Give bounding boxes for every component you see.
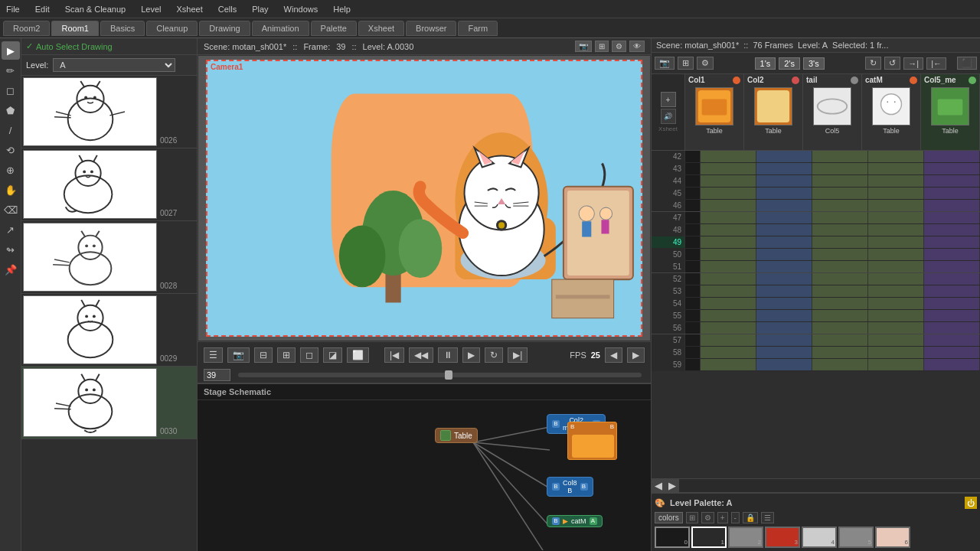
col1-thumbnail[interactable] bbox=[695, 87, 733, 126]
cell-col5me-58[interactable] bbox=[924, 347, 980, 358]
onion-skin-btn[interactable]: ◻ bbox=[300, 347, 318, 363]
cell-col5me-55[interactable] bbox=[924, 310, 980, 321]
cell-col2-47[interactable] bbox=[756, 212, 812, 223]
cell-catm-45[interactable] bbox=[868, 187, 924, 199]
cell-tail-47[interactable] bbox=[812, 212, 868, 223]
cell-col1-46[interactable] bbox=[701, 200, 756, 211]
tab-room2[interactable]: Room2 bbox=[3, 21, 50, 36]
tab-room1[interactable]: Room1 bbox=[51, 21, 98, 36]
cell-tail-54[interactable] bbox=[812, 298, 868, 309]
cell-col1-55[interactable] bbox=[701, 310, 756, 321]
cell-catm-50[interactable] bbox=[868, 249, 924, 260]
palette-grid-btn[interactable]: ⊞ bbox=[686, 512, 698, 523]
flip-btn[interactable]: ⬜ bbox=[347, 347, 369, 363]
pause-btn[interactable]: ⏸ bbox=[438, 347, 458, 363]
tab-basics[interactable]: Basics bbox=[100, 21, 145, 36]
cell-col1-53[interactable] bbox=[701, 285, 756, 297]
snapshot-btn[interactable]: 📷 bbox=[227, 347, 250, 363]
cell-catm-52[interactable] bbox=[868, 273, 924, 285]
rewind-btn[interactable]: |◀ bbox=[384, 347, 404, 363]
col5me-dot[interactable] bbox=[969, 77, 976, 84]
cell-col1-56[interactable] bbox=[701, 322, 756, 334]
cell-col2-58[interactable] bbox=[756, 347, 812, 358]
xsheet-icon-settings[interactable]: ⚙ bbox=[697, 57, 714, 70]
menu-windows[interactable]: Windows bbox=[281, 3, 322, 15]
cell-catm-57[interactable] bbox=[868, 334, 924, 346]
cell-col5me-50[interactable] bbox=[924, 249, 980, 260]
cell-col5me-56[interactable] bbox=[924, 322, 980, 334]
palette-color-0[interactable]: 0 bbox=[655, 527, 690, 548]
cell-tail-58[interactable] bbox=[812, 347, 868, 358]
palette-color-4[interactable]: 4 bbox=[802, 527, 837, 548]
cell-col5me-48[interactable] bbox=[924, 224, 980, 236]
cell-col5me-57[interactable] bbox=[924, 334, 980, 346]
thumbnail-item-0027[interactable]: 0027 bbox=[21, 148, 197, 221]
fill-tool[interactable]: ⬟ bbox=[2, 101, 20, 119]
thumbnail-item-0029[interactable]: 0029 bbox=[21, 294, 197, 367]
cell-tail-46[interactable] bbox=[812, 200, 868, 211]
arrow-tool[interactable]: ↗ bbox=[2, 220, 20, 239]
bender-tool[interactable]: ↬ bbox=[2, 240, 20, 259]
next-frame-btn[interactable]: ▶ bbox=[627, 347, 645, 363]
catm-thumbnail[interactable] bbox=[872, 87, 910, 126]
col5me-thumbnail[interactable] bbox=[931, 87, 969, 126]
cell-col5me-42[interactable] bbox=[924, 151, 980, 162]
xsheet-nav-rewind[interactable]: ↺ bbox=[884, 57, 900, 70]
tab-drawing[interactable]: Drawing bbox=[199, 21, 250, 36]
palette-color-6[interactable]: 6 bbox=[875, 527, 910, 548]
play-btn[interactable]: ▶ bbox=[462, 347, 480, 363]
cell-col5me-51[interactable] bbox=[924, 261, 980, 272]
cell-tail-48[interactable] bbox=[812, 224, 868, 236]
cell-col1-43[interactable] bbox=[701, 163, 756, 174]
cell-col5me-43[interactable] bbox=[924, 163, 980, 174]
palette-delete-btn[interactable]: - bbox=[731, 512, 740, 523]
menu-cells[interactable]: Cells bbox=[215, 3, 240, 15]
cell-tail-45[interactable] bbox=[812, 187, 868, 199]
cell-col1-45[interactable] bbox=[701, 187, 756, 199]
add-col-btn[interactable]: + bbox=[661, 92, 676, 107]
tail-thumbnail[interactable] bbox=[813, 87, 851, 126]
cell-col5me-45[interactable] bbox=[924, 187, 980, 199]
xsheet-grid[interactable]: 42 43 44 bbox=[652, 151, 980, 478]
rate-2s[interactable]: 2's bbox=[779, 57, 800, 70]
cell-col1-42[interactable] bbox=[701, 151, 756, 162]
speaker-icon[interactable]: 🔊 bbox=[661, 109, 676, 124]
cell-col1-48[interactable] bbox=[701, 224, 756, 236]
palette-settings-btn[interactable]: ⚙ bbox=[701, 512, 714, 523]
cell-col5me-44[interactable] bbox=[924, 175, 980, 187]
cell-catm-48[interactable] bbox=[868, 224, 924, 236]
cell-col2-43[interactable] bbox=[756, 163, 812, 174]
cell-tail-53[interactable] bbox=[812, 285, 868, 297]
menu-level[interactable]: Level bbox=[138, 3, 164, 15]
cell-col2-56[interactable] bbox=[756, 322, 812, 334]
cell-tail-49[interactable] bbox=[812, 236, 868, 248]
cell-catm-58[interactable] bbox=[868, 347, 924, 358]
thumbnail-item-0028[interactable]: 0028 bbox=[21, 221, 197, 294]
thumbnail-item-0030[interactable]: 0030 bbox=[21, 367, 197, 439]
menu-play[interactable]: Play bbox=[249, 3, 271, 15]
cell-col2-44[interactable] bbox=[756, 175, 812, 187]
tab-animation[interactable]: Animation bbox=[252, 21, 309, 36]
col1-dot[interactable] bbox=[733, 77, 740, 84]
cell-tail-56[interactable] bbox=[812, 322, 868, 334]
xsheet-nav-prev[interactable]: |← bbox=[926, 57, 946, 70]
cell-catm-44[interactable] bbox=[868, 175, 924, 187]
stage-node-catm[interactable]: B ▶ catM A bbox=[547, 515, 603, 527]
frame-input[interactable] bbox=[204, 369, 230, 381]
cell-col2-50[interactable] bbox=[756, 249, 812, 260]
col2-thumbnail-node[interactable]: B B bbox=[567, 422, 617, 460]
cell-tail-59[interactable] bbox=[812, 359, 868, 370]
nav-arrow-left[interactable]: ◀ bbox=[652, 479, 665, 493]
menu-scan[interactable]: Scan & Cleanup bbox=[62, 3, 129, 15]
eraser-tool[interactable]: ◻ bbox=[2, 81, 20, 99]
settings-icon-btn[interactable]: ⚙ bbox=[612, 41, 626, 52]
cell-catm-53[interactable] bbox=[868, 285, 924, 297]
stage-node-col8[interactable]: B Col8 B B bbox=[547, 477, 593, 497]
catm-dot[interactable] bbox=[910, 77, 917, 84]
rubber-tool[interactable]: ⌫ bbox=[2, 201, 20, 219]
menu-edit[interactable]: Edit bbox=[32, 3, 53, 15]
menu-file[interactable]: File bbox=[3, 3, 23, 15]
col2-thumbnail[interactable] bbox=[754, 87, 792, 126]
cell-col2-42[interactable] bbox=[756, 151, 812, 162]
cell-col1-51[interactable] bbox=[701, 261, 756, 272]
